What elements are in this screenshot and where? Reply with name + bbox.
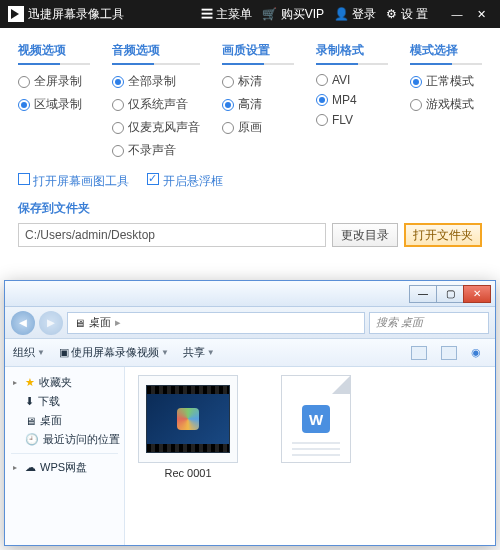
- explorer-toolbar: 组织 ▼ ▣ 使用屏幕录像视频 ▼ 共享 ▼ ◉: [5, 339, 495, 367]
- explorer-titlebar: — ▢ ✕: [5, 281, 495, 307]
- explorer-minimize-button[interactable]: —: [409, 285, 437, 303]
- open-folder-button[interactable]: 打开文件夹: [404, 223, 482, 247]
- menu-button[interactable]: ☰ 主菜单: [201, 6, 252, 23]
- option-audio-all[interactable]: 全部录制: [112, 73, 200, 90]
- quality-options-group: 画质设置 标清 高清 原画: [222, 42, 294, 165]
- nav-forward-button[interactable]: ►: [39, 311, 63, 335]
- file-item-video[interactable]: Rec 0001: [133, 375, 243, 479]
- sidebar-recent[interactable]: 🕘 最近访问的位置: [11, 430, 118, 449]
- nav-back-button[interactable]: ◄: [11, 311, 35, 335]
- group-title: 画质设置: [222, 42, 294, 65]
- desktop-icon: 🖥: [74, 317, 85, 329]
- close-button[interactable]: ✕: [470, 6, 492, 22]
- word-icon: W: [302, 405, 330, 433]
- sidebar-downloads[interactable]: ⬇ 下载: [11, 392, 118, 411]
- option-original[interactable]: 原画: [222, 119, 294, 136]
- file-item-document[interactable]: W: [261, 375, 371, 467]
- option-fullscreen[interactable]: 全屏录制: [18, 73, 90, 90]
- option-audio-none[interactable]: 不录声音: [112, 142, 200, 159]
- option-region[interactable]: 区域录制: [18, 96, 90, 113]
- address-bar[interactable]: 🖥 桌面 ▸: [67, 312, 365, 334]
- app-name: 迅捷屏幕录像工具: [28, 6, 124, 23]
- app-titlebar: 迅捷屏幕录像工具 ☰ 主菜单 🛒 购买VIP 👤 登录 ⚙ 设 置 — ✕: [0, 0, 500, 28]
- group-title: 模式选择: [410, 42, 482, 65]
- option-audio-system[interactable]: 仅系统声音: [112, 96, 200, 113]
- organize-menu[interactable]: 组织 ▼: [13, 345, 45, 360]
- view-options-button[interactable]: [411, 346, 427, 360]
- save-section-title: 保存到文件夹: [18, 200, 482, 217]
- option-game-mode[interactable]: 游戏模式: [410, 96, 482, 113]
- group-title: 录制格式: [316, 42, 388, 65]
- option-normal-mode[interactable]: 正常模式: [410, 73, 482, 90]
- option-hd[interactable]: 高清: [222, 96, 294, 113]
- option-audio-mic[interactable]: 仅麦克风声音: [112, 119, 200, 136]
- minimize-button[interactable]: —: [446, 6, 468, 22]
- login-button[interactable]: 👤 登录: [334, 6, 376, 23]
- mode-options-group: 模式选择 正常模式 游戏模式: [410, 42, 482, 165]
- sidebar-favorites[interactable]: ▸★收藏夹: [11, 373, 118, 392]
- share-menu[interactable]: 共享 ▼: [183, 345, 215, 360]
- app-logo-icon: [8, 6, 24, 22]
- group-title: 视频选项: [18, 42, 90, 65]
- explorer-maximize-button[interactable]: ▢: [436, 285, 464, 303]
- screenshot-tool-checkbox[interactable]: 打开屏幕画图工具: [18, 173, 129, 190]
- option-sd[interactable]: 标清: [222, 73, 294, 90]
- settings-button[interactable]: ⚙ 设 置: [386, 6, 428, 23]
- help-button[interactable]: ◉: [471, 346, 487, 360]
- buy-vip-button[interactable]: 🛒 购买VIP: [262, 6, 324, 23]
- file-explorer-window: — ▢ ✕ ◄ ► 🖥 桌面 ▸ 搜索 桌面 组织 ▼ ▣ 使用屏幕录像视频 ▼…: [4, 280, 496, 546]
- explorer-file-pane[interactable]: Rec 0001 W: [125, 367, 495, 545]
- preview-pane-button[interactable]: [441, 346, 457, 360]
- audio-options-group: 音频选项 全部录制 仅系统声音 仅麦克风声音 不录声音: [112, 42, 200, 165]
- option-avi[interactable]: AVI: [316, 73, 388, 87]
- file-label: Rec 0001: [133, 467, 243, 479]
- custom-app-menu[interactable]: ▣ 使用屏幕录像视频 ▼: [59, 345, 169, 360]
- sidebar-wps[interactable]: ▸☁ WPS网盘: [11, 458, 118, 477]
- explorer-navbar: ◄ ► 🖥 桌面 ▸ 搜索 桌面: [5, 307, 495, 339]
- format-options-group: 录制格式 AVI MP4 FLV: [316, 42, 388, 165]
- float-window-checkbox[interactable]: 开启悬浮框: [147, 173, 222, 190]
- option-mp4[interactable]: MP4: [316, 93, 388, 107]
- change-dir-button[interactable]: 更改目录: [332, 223, 398, 247]
- explorer-sidebar: ▸★收藏夹 ⬇ 下载 🖥 桌面 🕘 最近访问的位置 ▸☁ WPS网盘: [5, 367, 125, 545]
- option-flv[interactable]: FLV: [316, 113, 388, 127]
- group-title: 音频选项: [112, 42, 200, 65]
- sidebar-desktop[interactable]: 🖥 桌面: [11, 411, 118, 430]
- options-panel: 视频选项 全屏录制 区域录制 音频选项 全部录制 仅系统声音 仅麦克风声音 不录…: [0, 28, 500, 255]
- explorer-close-button[interactable]: ✕: [463, 285, 491, 303]
- save-path-field[interactable]: C:/Users/admin/Desktop: [18, 223, 326, 247]
- explorer-search-input[interactable]: 搜索 桌面: [369, 312, 489, 334]
- video-options-group: 视频选项 全屏录制 区域录制: [18, 42, 90, 165]
